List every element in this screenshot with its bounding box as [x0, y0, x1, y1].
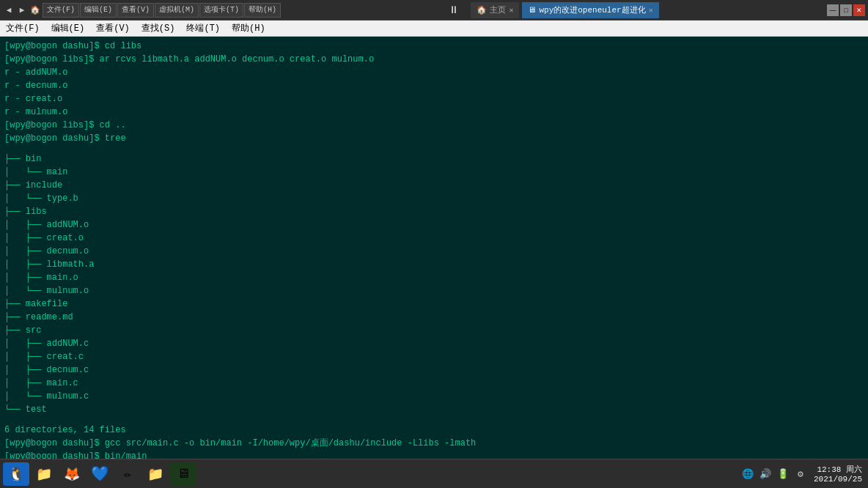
terminal-line: [wpy@bogon libs]$ cd .. — [4, 119, 864, 132]
terminal-line: ├── include — [4, 179, 864, 192]
settings-icon[interactable]: ⚙ — [793, 467, 808, 481]
terminal-line: │ ├── creat.o — [4, 232, 864, 245]
inner-menu-search[interactable]: 查找(S) — [136, 21, 181, 36]
sound-icon[interactable]: 🔊 — [758, 467, 773, 481]
menu-view[interactable]: 查看(V) — [117, 3, 154, 18]
tab-active[interactable]: 🖥 wpy的改进openeuler超进化 ✕ — [522, 2, 658, 18]
terminal-line: │ ├── addNUM.o — [4, 218, 864, 232]
menu-file[interactable]: 文件(F) — [43, 3, 79, 18]
title-bar-left: ◀ ▶ 🏠 文件(F) 编辑(E) 查看(V) 虚拟机(M) 选项卡(T) 帮助… — [0, 3, 281, 18]
menu-tabs[interactable]: 选项卡(T) — [199, 3, 243, 18]
menu-bar: 文件(F) 编辑(E) 查看(V) 查找(S) 终端(T) 帮助(H) — [0, 21, 868, 37]
menu-help[interactable]: 帮助(H) — [244, 3, 281, 18]
inner-menu-terminal[interactable]: 终端(T) — [180, 21, 226, 36]
terminal-line: r - creat.o — [4, 92, 864, 106]
terminal-line: │ └── main — [4, 166, 864, 179]
taskbar-app-5[interactable]: 📁 — [142, 462, 169, 486]
menu-edit[interactable]: 编辑(E) — [80, 3, 117, 18]
terminal-line: │ └── type.b — [4, 192, 864, 205]
command-text: bin/main — [100, 451, 147, 459]
terminal-line: └── test — [4, 403, 864, 416]
taskbar: 🐧 📁 🦊 💙 ✏ 📁 🖥 🌐 🔊 🔋 ⚙ 12:38 周六 2021/09/2… — [0, 459, 868, 488]
terminal-line: r - addNUM.o — [4, 66, 864, 79]
terminal-line: │ └── mulnum.o — [4, 284, 864, 297]
title-bar: ◀ ▶ 🏠 文件(F) 编辑(E) 查看(V) 虚拟机(M) 选项卡(T) 帮助… — [0, 0, 868, 21]
system-tray: 🌐 🔊 🔋 ⚙ — [740, 467, 808, 481]
prompt-text: [wpy@bogon libs]$ — [4, 54, 94, 64]
taskbar-apps: 🐧 📁 🦊 💙 ✏ 📁 🖥 — [0, 462, 196, 486]
tab-active-close[interactable]: ✕ — [649, 6, 653, 15]
vmware-home-icon[interactable]: 🏠 — [29, 4, 41, 16]
terminal-line: [wpy@bogon dashu]$ bin/main — [4, 450, 864, 459]
terminal-line: ├── makefile — [4, 297, 864, 311]
command-text: ar rcvs libmath.a addNUM.o decnum.o crea… — [94, 54, 374, 64]
inner-menu-help[interactable]: 帮助(H) — [226, 21, 271, 36]
prompt-text: [wpy@bogon dashu]$ — [4, 438, 100, 448]
time-display: 12:38 周六 — [814, 464, 862, 475]
terminal-line: ├── src — [4, 324, 864, 337]
prompt-text: [wpy@bogon dashu]$ — [4, 451, 100, 459]
clock[interactable]: 12:38 周六 2021/09/25 — [814, 464, 862, 484]
command-text: gcc src/main.c -o bin/main -I/home/wpy/桌… — [100, 438, 477, 448]
taskbar-app-2[interactable]: 🦊 — [59, 462, 85, 486]
inner-menu-edit[interactable]: 编辑(E) — [45, 21, 91, 36]
terminal-line: │ ├── main.o — [4, 271, 864, 284]
tab-home-close[interactable]: ✕ — [509, 6, 513, 15]
pause-icon[interactable]: ⏸ — [449, 4, 459, 16]
terminal-line: r - mulnum.o — [4, 106, 864, 119]
window-close[interactable]: ✕ — [853, 4, 865, 16]
terminal-line: [wpy@bogon libs]$ ar rcvs libmath.a addN… — [4, 53, 864, 66]
taskbar-right: 🌐 🔊 🔋 ⚙ 12:38 周六 2021/09/25 — [740, 464, 868, 484]
taskbar-app-1[interactable]: 📁 — [31, 462, 57, 486]
terminal-line: │ ├── decnum.o — [4, 245, 864, 258]
network-icon[interactable]: 🌐 — [740, 467, 755, 481]
command-text: tree — [100, 133, 126, 144]
terminal-line: 6 directories, 14 files — [4, 424, 864, 437]
inner-menu-file[interactable]: 文件(F) — [0, 21, 45, 36]
date-display: 2021/09/25 — [814, 475, 862, 484]
terminal-line: │ └── mulnum.c — [4, 390, 864, 403]
terminal-blank — [4, 145, 864, 152]
window-minimize[interactable]: — — [827, 4, 839, 16]
terminal-line: ├── readme.md — [4, 311, 864, 324]
terminal-blank — [4, 416, 864, 424]
terminal[interactable]: [wpy@bogon dashu]$ cd libs[wpy@bogon lib… — [0, 37, 868, 459]
terminal-line: r - decnum.o — [4, 79, 864, 92]
taskbar-app-0[interactable]: 🐧 — [3, 462, 29, 486]
vm-icon: 🖥 — [528, 5, 536, 15]
terminal-line: [wpy@bogon dashu]$ gcc src/main.c -o bin… — [4, 437, 864, 450]
terminal-line: │ ├── libmath.a — [4, 258, 864, 271]
terminal-line: │ ├── addNUM.c — [4, 337, 864, 350]
window-maximize[interactable]: □ — [840, 4, 852, 16]
prompt-text: [wpy@bogon libs]$ — [4, 120, 94, 130]
tab-active-label: wpy的改进openeuler超进化 — [539, 4, 645, 15]
terminal-line: │ ├── creat.c — [4, 350, 864, 363]
title-tabs: ⏸ 🏠 主页 ✕ 🖥 wpy的改进openeuler超进化 ✕ — [281, 2, 827, 18]
tab-home[interactable]: 🏠 主页 ✕ — [471, 2, 519, 18]
terminal-line: │ ├── main.c — [4, 377, 864, 390]
battery-icon[interactable]: 🔋 — [776, 467, 790, 481]
taskbar-app-terminal[interactable]: 🖥 — [170, 462, 196, 486]
prompt-text: [wpy@bogon dashu]$ — [4, 41, 100, 51]
vmware-forward-icon[interactable]: ▶ — [16, 4, 28, 16]
vmware-back-icon[interactable]: ◀ — [3, 4, 15, 16]
prompt-text: [wpy@bogon dashu]$ — [4, 133, 100, 144]
terminal-line: ├── bin — [4, 152, 864, 166]
terminal-line: [wpy@bogon dashu]$ tree — [4, 132, 864, 145]
command-text: cd libs — [100, 41, 142, 51]
vmware-menus: 文件(F) 编辑(E) 查看(V) 虚拟机(M) 选项卡(T) 帮助(H) — [43, 3, 281, 18]
taskbar-app-3[interactable]: 💙 — [87, 462, 113, 486]
terminal-line: [wpy@bogon dashu]$ cd libs — [4, 40, 864, 53]
terminal-line: │ ├── decnum.c — [4, 363, 864, 377]
terminal-line: ├── libs — [4, 205, 864, 218]
menu-vm[interactable]: 虚拟机(M) — [155, 3, 199, 18]
home-icon: 🏠 — [477, 5, 487, 15]
title-bar-right: — □ ✕ — [827, 4, 868, 16]
inner-menu-view[interactable]: 查看(V) — [90, 21, 136, 36]
tab-home-label: 主页 — [490, 4, 506, 15]
taskbar-app-4[interactable]: ✏ — [114, 462, 141, 486]
command-text: cd .. — [94, 120, 125, 130]
